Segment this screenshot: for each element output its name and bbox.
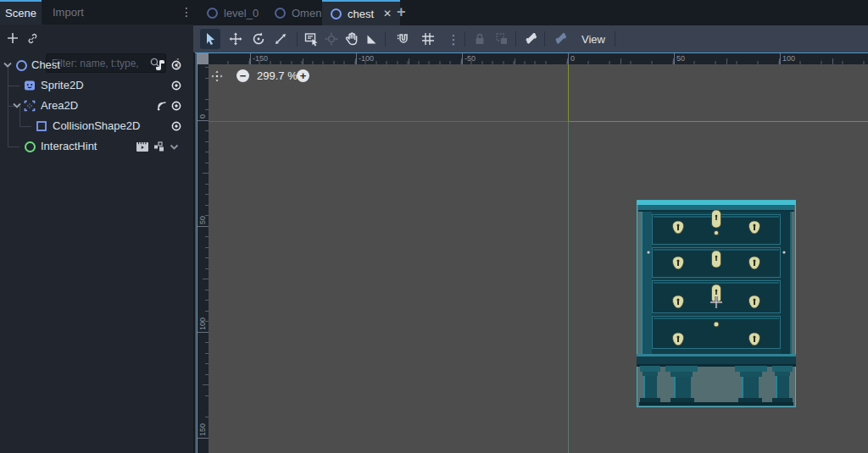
ruler-label: 100 [782,55,795,63]
visibility-icon[interactable] [170,100,182,112]
make-bone-button[interactable] [520,29,541,49]
ruler-label: -100 [359,55,374,63]
tab-label: Omen [292,7,321,19]
chevron-down-icon[interactable] [169,143,180,152]
vertical-ruler[interactable] [198,64,209,453]
snap-options-menu-icon[interactable]: ⋮ [443,29,464,49]
group-icon [494,31,509,47]
sprite2d-icon [24,80,36,91]
visibility-icon[interactable] [170,120,182,132]
game-viewport-left-edge [568,121,569,453]
side-dot [782,251,785,253]
skeleton-options-button[interactable] [550,29,570,49]
node-name: CollisionShape2D [53,119,140,132]
tab-import-label: Import [53,6,84,19]
tab-label: level_0 [224,7,259,19]
godot-editor: Scene Import ⋮ Filter: name, t:type, ⋮ [0,0,868,453]
smart-snap-button[interactable] [393,29,414,49]
ruler-tool-button[interactable] [362,29,382,49]
tree-row-chest[interactable]: Chest [0,55,193,75]
ruler-tick [198,226,209,227]
tree-row-area2d[interactable]: Area2D [0,96,193,116]
link-icon [26,32,39,45]
tab-import[interactable]: Import [47,0,89,25]
ruler-tick [674,53,675,64]
group-node-button[interactable] [492,29,512,49]
grid-snap-icon [420,31,436,47]
collisionshape2d-icon [36,120,47,132]
tab-label: chest [348,8,374,20]
pan-tool-button[interactable] [342,29,362,49]
tree-row-interacthint[interactable]: InteractHint [0,136,193,157]
game-viewport-top-edge [569,121,868,122]
move-tool-button[interactable] [225,29,246,49]
lock-icon [472,31,487,47]
ruler-label: 100 [199,318,207,330]
chevron-down-icon[interactable] [12,102,22,110]
view-menu-button[interactable]: View [575,29,612,49]
lock-node-button[interactable] [470,29,490,49]
scene-dock: Scene Import ⋮ Filter: name, t:type, ⋮ [0,0,193,453]
ruler-origin-box [198,53,209,64]
film-icon[interactable] [136,141,149,152]
horizontal-ruler[interactable] [198,53,868,64]
instance-scene-button[interactable] [26,32,39,45]
ruler-label: 50 [676,55,685,63]
ruler-tick [198,332,209,333]
bone-icon [523,31,538,47]
x-axis-line [209,121,568,122]
drawer-4 [653,317,781,349]
rotate-tool-button[interactable] [248,29,269,49]
ruler-tick [780,53,781,64]
select-tool-button[interactable] [200,29,220,49]
node2d-icon [16,60,27,71]
ruler-tick [198,120,209,121]
ruler-mid-ticks [203,64,209,453]
canvas-toolbar: ⋮ View [193,25,868,52]
new-scene-tab-button[interactable]: + [397,3,406,21]
tab-scene-label: Scene [5,7,36,19]
grid-snap-button[interactable] [418,29,438,49]
groups-icon[interactable] [153,141,165,152]
ruler-tick [250,53,251,64]
list-select-button[interactable] [301,29,321,49]
scale-tool-icon [273,31,288,47]
scene-root-icon [331,8,342,19]
node-name: Area2D [41,99,78,112]
viewport-canvas[interactable]: -150 -100 -50 0 50 100 0 50 100 150 − 29… [195,52,868,453]
tab-chest[interactable]: chest ✕ [322,0,400,25]
y-axis-line [568,64,569,121]
zoom-in-button[interactable]: + [297,69,309,82]
visibility-icon[interactable] [170,59,182,71]
ruler-label: 0 [570,55,575,63]
zoom-out-button[interactable]: − [236,69,249,82]
visibility-icon[interactable] [170,80,182,91]
scene-root-icon [207,8,218,19]
ruler-tick [198,438,209,439]
signal-icon[interactable] [156,100,168,112]
chevron-down-icon[interactable] [3,61,13,69]
close-icon[interactable]: ✕ [383,8,392,19]
ruler-tick [356,53,357,64]
zoom-percentage[interactable]: 299.7 % [257,69,298,82]
pick-pivot-button[interactable] [321,29,342,49]
chest-sprite[interactable] [637,200,796,407]
tree-row-collisionshape2d[interactable]: CollisionShape2D [0,116,193,136]
tab-scene[interactable]: Scene [0,0,42,25]
dock-menu-icon[interactable]: ⋮ [181,6,192,18]
scene-tree-toolbar: Filter: name, t:type, ⋮ [0,25,193,51]
smart-snap-icon [396,31,411,47]
tree-row-sprite2d[interactable]: Sprite2D [0,75,193,96]
script-icon[interactable] [154,59,166,71]
add-node-button[interactable] [6,31,19,45]
node-name: InteractHint [41,140,97,152]
scale-tool-button[interactable] [270,29,291,49]
node-name: Chest [31,58,60,71]
tab-level-0[interactable]: level_0 [198,0,267,25]
center-view-icon[interactable] [210,69,224,83]
ruler-tick [462,53,463,64]
tab-omen[interactable]: Omen [266,0,330,25]
ruler-label: 50 [199,216,207,224]
ruler-label: -50 [465,55,476,63]
pick-pivot-icon [324,31,339,47]
